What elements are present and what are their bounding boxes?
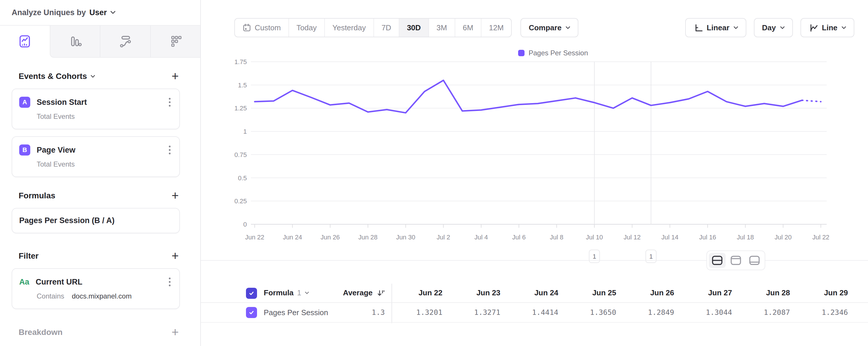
check-icon bbox=[249, 290, 254, 296]
chart-table-divider bbox=[201, 260, 868, 261]
svg-text:Jul 22: Jul 22 bbox=[812, 234, 830, 241]
range-custom[interactable]: Custom bbox=[235, 19, 288, 37]
svg-text:Jun 24: Jun 24 bbox=[283, 234, 302, 241]
tab-retention[interactable] bbox=[150, 26, 200, 58]
filter-value[interactable]: docs.mixpanel.com bbox=[72, 292, 131, 300]
breakdown-section-title: Breakdown bbox=[19, 328, 63, 337]
svg-text:Jul 18: Jul 18 bbox=[737, 234, 754, 241]
range-7d[interactable]: 7D bbox=[373, 19, 399, 37]
add-formula-button[interactable]: + bbox=[170, 191, 180, 201]
line-chart[interactable]: 00.250.50.7511.251.51.75Jun 22Jun 24Jun … bbox=[201, 55, 868, 265]
kebab-menu-icon[interactable] bbox=[167, 277, 172, 287]
event-card-a[interactable]: A Session Start Total Events bbox=[12, 89, 180, 129]
range-yesterday[interactable]: Yesterday bbox=[324, 19, 373, 37]
split-view-button[interactable] bbox=[709, 253, 726, 268]
event-badge: B bbox=[19, 144, 30, 155]
svg-text:0: 0 bbox=[243, 221, 247, 228]
date-column-header: Jun 22 bbox=[392, 288, 442, 297]
chevron-down-icon bbox=[734, 26, 738, 29]
scale-dropdown[interactable]: Linear bbox=[685, 18, 746, 37]
event-title[interactable]: Page View bbox=[37, 146, 161, 155]
formulas-section-title: Formulas bbox=[19, 191, 55, 200]
range-30d[interactable]: 30D bbox=[399, 19, 429, 37]
event-title[interactable]: Session Start bbox=[37, 98, 161, 107]
line-type-icon bbox=[809, 23, 818, 32]
split-view-icon bbox=[712, 255, 723, 265]
kebab-menu-icon[interactable] bbox=[167, 97, 172, 108]
svg-text:Jul 8: Jul 8 bbox=[550, 234, 563, 241]
add-breakdown-button[interactable]: + bbox=[170, 327, 180, 338]
tab-funnels[interactable] bbox=[50, 26, 100, 58]
report-main: Custom Today Yesterday 7D 30D 3M 6M 12M … bbox=[201, 0, 868, 346]
kebab-menu-icon[interactable] bbox=[167, 144, 172, 155]
event-measure[interactable]: Total Events bbox=[37, 160, 75, 168]
svg-text:1: 1 bbox=[243, 128, 247, 135]
chevron-down-icon bbox=[565, 26, 570, 29]
svg-text:Jun 22: Jun 22 bbox=[245, 234, 264, 241]
svg-text:Jun 28: Jun 28 bbox=[358, 234, 377, 241]
bar-chart-icon bbox=[67, 33, 83, 49]
chevron-down-icon bbox=[780, 26, 785, 29]
event-card-b[interactable]: B Page View Total Events bbox=[12, 136, 180, 177]
granularity-dropdown[interactable]: Day bbox=[754, 18, 793, 37]
events-section-title[interactable]: Events & Cohorts bbox=[19, 71, 95, 81]
analyze-header: Analyze Uniques by User bbox=[0, 0, 200, 26]
svg-text:Jul 14: Jul 14 bbox=[661, 234, 679, 241]
tab-insights[interactable] bbox=[0, 26, 50, 58]
svg-text:Jul 16: Jul 16 bbox=[699, 234, 716, 241]
add-filter-button[interactable]: + bbox=[170, 251, 180, 261]
table-only-button[interactable] bbox=[746, 253, 763, 268]
cell-value: 1.2087 bbox=[739, 308, 790, 317]
chart-toolbar: Custom Today Yesterday 7D 30D 3M 6M 12M … bbox=[234, 18, 854, 37]
svg-text:Jul 20: Jul 20 bbox=[775, 234, 792, 241]
table-data-row: Pages Per Session 1.3 1.32011.32711.4414… bbox=[201, 303, 868, 323]
filter-card[interactable]: Aa Current URL Contains docs.mixpanel.co… bbox=[12, 268, 180, 309]
average-value: 1.3 bbox=[317, 308, 385, 317]
select-all-checkbox[interactable] bbox=[246, 288, 257, 299]
cell-value: 1.2849 bbox=[623, 308, 674, 317]
range-12m[interactable]: 12M bbox=[481, 19, 512, 37]
chart-only-button[interactable] bbox=[727, 253, 744, 268]
date-column-header: Jun 26 bbox=[623, 288, 674, 297]
compare-button[interactable]: Compare bbox=[521, 18, 578, 37]
date-column-header: Jun 28 bbox=[739, 288, 790, 297]
bottom-panel-icon bbox=[749, 255, 760, 265]
formula-card[interactable]: Pages Per Session (B / A) bbox=[12, 208, 180, 233]
add-event-button[interactable]: + bbox=[170, 71, 180, 82]
cell-value: 1.3271 bbox=[450, 308, 500, 317]
range-3m[interactable]: 3M bbox=[429, 19, 455, 37]
range-today[interactable]: Today bbox=[288, 19, 324, 37]
date-column-header: Jun 23 bbox=[450, 288, 500, 297]
results-table: Formula 1 Average Jun 22Jun 23Jun 24Jun … bbox=[201, 284, 868, 323]
svg-text:Jun 26: Jun 26 bbox=[320, 234, 340, 241]
date-column-header: Jun 24 bbox=[507, 288, 558, 297]
series-checkbox[interactable] bbox=[246, 307, 257, 318]
sidebar-body: Events & Cohorts + A Session Start Total… bbox=[0, 71, 200, 338]
svg-text:1.75: 1.75 bbox=[234, 58, 247, 65]
filter-section-header: Filter + bbox=[19, 251, 180, 261]
analyze-entity-dropdown[interactable]: User bbox=[89, 8, 107, 17]
date-column-header: Jun 25 bbox=[565, 288, 616, 297]
svg-text:Jul 4: Jul 4 bbox=[474, 234, 488, 241]
svg-text:0.75: 0.75 bbox=[234, 151, 247, 158]
layout-toggle-group bbox=[707, 251, 765, 270]
tab-flows[interactable] bbox=[100, 26, 150, 58]
svg-text:Jul 6: Jul 6 bbox=[512, 234, 525, 241]
filter-property[interactable]: Current URL bbox=[36, 278, 161, 287]
cell-value: 1.3201 bbox=[392, 308, 442, 317]
chart-type-tabs bbox=[0, 26, 200, 58]
event-measure[interactable]: Total Events bbox=[37, 112, 75, 121]
table-header-row: Formula 1 Average Jun 22Jun 23Jun 24Jun … bbox=[201, 284, 868, 303]
calendar-icon bbox=[243, 23, 251, 32]
formulas-section-header: Formulas + bbox=[19, 191, 180, 201]
filter-operator[interactable]: Contains bbox=[37, 292, 64, 300]
event-badge: A bbox=[19, 97, 30, 108]
average-column-header[interactable]: Average bbox=[298, 288, 385, 297]
cell-value: 1.3044 bbox=[681, 308, 732, 317]
svg-text:0.25: 0.25 bbox=[234, 198, 247, 205]
svg-text:Jul 10: Jul 10 bbox=[586, 234, 603, 241]
formula-title[interactable]: Pages Per Session (B / A) bbox=[19, 216, 172, 225]
range-6m[interactable]: 6M bbox=[455, 19, 481, 37]
sort-descending-icon bbox=[377, 289, 385, 297]
chart-type-dropdown[interactable]: Line bbox=[801, 18, 854, 37]
